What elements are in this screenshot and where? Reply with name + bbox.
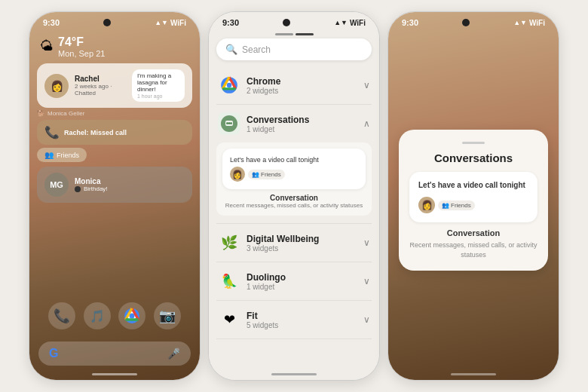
temperature: 74°F — [58, 35, 105, 49]
search-box[interactable]: 🔍 Search — [216, 38, 372, 60]
chrome-icon[interactable] — [118, 302, 145, 329]
status-bar-2: 9:30 ▲▼ WiFi — [209, 12, 379, 30]
wellbeing-count: 3 widgets — [247, 244, 319, 253]
fit-section-header[interactable]: ❤ Fit 5 widgets ∨ — [216, 304, 372, 335]
wellbeing-app-icon: 🌿 — [218, 231, 240, 254]
google-search-bar[interactable]: G 🎤 — [38, 341, 191, 366]
widget-list: Chrome 2 widgets ∨ — [209, 66, 379, 370]
notif-time: 1 hour ago — [137, 93, 179, 99]
camera-dot-2 — [283, 19, 290, 26]
google-logo: G — [49, 347, 58, 360]
phone-icon[interactable]: 📞 — [48, 302, 75, 329]
chrome-count: 2 widgets — [247, 87, 280, 95]
weather-icon: 🌤 — [40, 38, 54, 54]
chrome-app-icon — [218, 74, 240, 96]
music-icon[interactable]: 🎵 — [84, 302, 111, 329]
camera-dot-3 — [462, 19, 470, 26]
svg-point-10 — [230, 122, 232, 124]
conversations-name: Conversations — [247, 115, 309, 125]
status-icons-2: ▲▼ WiFi — [334, 19, 366, 27]
notification-text: Rachel 2 weeks ago · Chatted — [75, 75, 126, 96]
widget-section-wellbeing: 🌿 Digital Wellbeing 3 widgets ∨ — [216, 224, 372, 262]
chrome-name: Chrome — [247, 76, 280, 87]
widget-preview-large: Let's have a video call tonight 👩 👥 Frie… — [409, 172, 537, 222]
conversations-chevron: ∧ — [363, 118, 370, 129]
missed-call-card[interactable]: 📞 Rachel: Missed call — [37, 120, 192, 145]
time-3: 9:30 — [402, 18, 418, 27]
fit-info: Fit 5 widgets — [247, 311, 278, 329]
widget-section-chrome: Chrome 2 widgets ∨ — [216, 66, 372, 105]
widget-large-row: 👩 👥 Friends — [418, 197, 528, 213]
contact-card-monica[interactable]: MG Monica Birthday! — [37, 167, 192, 203]
signal-icon-1: ▲▼ — [155, 19, 168, 26]
status-bar-3: 9:30 ▲▼ WiFi — [388, 12, 559, 30]
conversations-info: Conversations 1 widget — [247, 115, 309, 133]
widget-desc: Recent messages, missed calls, or activi… — [222, 202, 366, 210]
search-placeholder: Search — [242, 44, 271, 55]
fit-name: Fit — [247, 311, 278, 321]
widget-section-conversations: Conversations 1 widget ∧ Let's have a vi… — [216, 105, 372, 224]
contact-info: Monica Birthday! — [75, 177, 108, 192]
widget-avatar: 👩 — [230, 167, 245, 182]
wellbeing-left: 🌿 Digital Wellbeing 3 widgets — [218, 231, 319, 254]
duolingo-name: Duolingo — [247, 272, 286, 283]
notif-name: Rachel — [75, 75, 126, 83]
widget-friends-badge: 👥 Friends — [248, 170, 285, 179]
birthday-text: Birthday! — [84, 185, 108, 192]
time-1: 9:30 — [43, 18, 60, 27]
mg-avatar: MG — [44, 173, 69, 197]
conversations-section-header[interactable]: Conversations 1 widget ∧ — [216, 108, 372, 139]
chrome-section-header[interactable]: Chrome 2 widgets ∨ — [216, 69, 372, 101]
phone-2-widget-picker: 9:30 ▲▼ WiFi 🔍 Search — [208, 11, 380, 381]
widget-large-label: Conversation — [409, 228, 537, 237]
fit-left: ❤ Fit 5 widgets — [218, 308, 278, 331]
scroll-dot-1 — [275, 33, 293, 35]
camera-icon[interactable]: 📷 — [154, 302, 181, 329]
notif-bubble: I'm making a lasagna for dinner! 1 hour … — [132, 69, 185, 102]
chrome-chevron: ∨ — [363, 80, 370, 90]
mic-icon[interactable]: 🎤 — [167, 348, 180, 360]
dock: 📞 🎵 📷 — [29, 295, 200, 337]
missed-call-text: Rachel: Missed call — [64, 129, 127, 136]
conversations-count: 1 widget — [247, 125, 309, 133]
home-indicator-3 — [451, 373, 496, 375]
detail-content: 9:30 ▲▼ WiFi Conversations Let's have a … — [388, 12, 559, 380]
widget-message: Let's have a video call tonight — [230, 156, 358, 164]
duolingo-info: Duolingo 1 widget — [247, 272, 286, 291]
svg-point-5 — [227, 83, 232, 88]
widget-card-indicator — [462, 142, 485, 144]
contact-name: Monica — [75, 177, 108, 185]
widget-large-avatar: 👩 — [418, 197, 435, 213]
duolingo-left: 🦜 Duolingo 1 widget — [218, 270, 286, 292]
friends-label: Friends — [57, 152, 79, 159]
wellbeing-name: Digital Wellbeing — [247, 234, 319, 244]
duolingo-section-header[interactable]: 🦜 Duolingo 1 widget ∨ — [216, 265, 372, 297]
widget-card-title: Conversations — [409, 152, 537, 164]
monica-row: 🐕 Monica Geller — [37, 110, 192, 117]
wellbeing-chevron: ∨ — [363, 237, 370, 248]
friends-badge[interactable]: 👥 Friends — [37, 148, 87, 162]
widget-preview-row: 👩 👥 Friends — [230, 167, 358, 182]
wellbeing-section-header[interactable]: 🌿 Digital Wellbeing 3 widgets ∨ — [216, 227, 372, 259]
home-indicator-1 — [92, 373, 137, 375]
scroll-indicator-top — [209, 30, 379, 35]
status-icons-1: ▲▼ WiFi — [155, 19, 186, 27]
conversations-app-icon — [218, 112, 240, 135]
weather-widget: 🌤 74°F Mon, Sep 21 — [40, 35, 189, 58]
widget-large-desc: Recent messages, missed calls, or activi… — [409, 240, 537, 259]
fit-app-icon: ❤ — [218, 308, 240, 331]
home-content: 9:30 ▲▼ WiFi 🌤 74°F Mon, Sep 21 👩 Rachel… — [29, 12, 200, 380]
phone-3-widget-detail: 9:30 ▲▼ WiFi Conversations Let's have a … — [387, 11, 559, 381]
conversations-expanded: Let's have a video call tonight 👩 👥 Frie… — [216, 142, 372, 216]
fit-count: 5 widgets — [247, 321, 278, 329]
duolingo-count: 1 widget — [247, 283, 286, 291]
notification-card[interactable]: 👩 Rachel 2 weeks ago · Chatted I'm makin… — [37, 63, 192, 108]
weather-date: Mon, Sep 21 — [58, 49, 105, 58]
chrome-left: Chrome 2 widgets — [218, 74, 280, 96]
status-icons-3: ▲▼ WiFi — [513, 19, 545, 27]
fit-chevron: ∨ — [363, 314, 370, 325]
widget-large-friends: 👥 Friends — [438, 201, 475, 210]
scroll-dot-2 — [296, 33, 314, 35]
duolingo-app-icon: 🦜 — [218, 270, 240, 292]
widget-picker-content: 9:30 ▲▼ WiFi 🔍 Search — [209, 12, 379, 380]
